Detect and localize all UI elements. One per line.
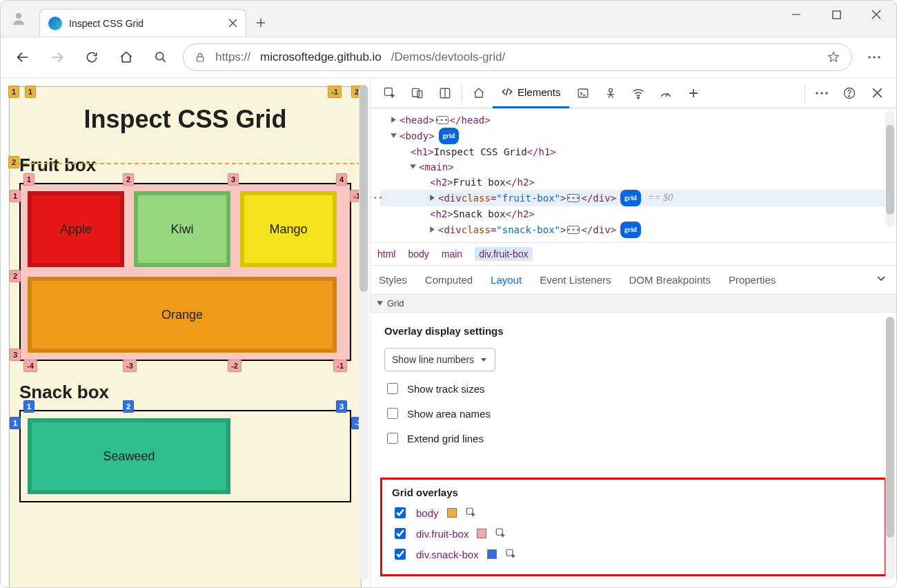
svg-point-16 — [825, 92, 827, 94]
dom-tree[interactable]: <head>•••</head> <body>grid <h1>Inspect … — [371, 108, 896, 242]
expand-icon[interactable] — [428, 226, 437, 234]
line-numbers-select[interactable]: Show line numbers — [384, 348, 495, 371]
more-tabs-icon[interactable] — [680, 80, 707, 106]
option-label: Show area names — [407, 408, 491, 420]
chevron-down-icon[interactable] — [876, 273, 887, 284]
svg-point-0 — [16, 13, 21, 19]
grid-line-label: 2 — [123, 173, 134, 186]
console-ref: == $0 — [648, 190, 673, 206]
grid-line-label: 1 — [8, 86, 19, 98]
tab-close-icon[interactable] — [228, 19, 237, 28]
collapse-icon[interactable] — [390, 132, 398, 140]
grid-badge[interactable]: grid — [439, 128, 460, 144]
color-swatch[interactable] — [447, 508, 457, 518]
new-tab-button[interactable] — [246, 9, 275, 37]
svg-point-6 — [878, 56, 880, 58]
grid-line-label: -1 — [328, 86, 342, 98]
network-tab-icon[interactable] — [624, 80, 652, 106]
tab-elements[interactable]: Elements — [493, 78, 569, 108]
grid-section-header[interactable]: Grid — [371, 295, 896, 313]
device-emulation-icon[interactable] — [404, 80, 431, 106]
tab-event-listeners[interactable]: Event Listeners — [540, 274, 611, 286]
section-heading-fruit: Fruit box — [19, 155, 361, 176]
devtools-menu-icon[interactable] — [808, 80, 836, 106]
dom-selected-node[interactable]: <div class="fruit-box">•••</div>grid== $… — [380, 190, 894, 206]
console-tab-icon[interactable] — [569, 80, 597, 106]
grid-line-label: 1 — [10, 417, 21, 429]
nav-back-button[interactable] — [10, 45, 35, 70]
tab-dom-breakpoints[interactable]: DOM Breakpoints — [629, 274, 711, 286]
help-icon[interactable] — [836, 80, 863, 106]
tab-computed[interactable]: Computed — [425, 274, 473, 286]
ellipsis-icon[interactable]: ••• — [436, 116, 448, 124]
checkbox[interactable] — [395, 528, 406, 539]
checkbox[interactable] — [395, 507, 406, 518]
checkbox[interactable] — [387, 383, 398, 394]
url-host: microsoftedge.github.io — [260, 50, 382, 64]
page-viewport: 1 1 -1 2 2 Inspect CSS Grid Fruit box 1 … — [1, 78, 371, 587]
devtools-pane: Elements <head>•••</head> <body> — [371, 78, 896, 587]
color-swatch[interactable] — [487, 549, 497, 559]
sources-tab-icon[interactable] — [597, 80, 624, 106]
option-extend-grid-lines[interactable]: Extend grid lines — [384, 431, 885, 446]
dom-scrollbar[interactable] — [885, 111, 895, 227]
overlay-row: div.snack-box — [392, 547, 875, 562]
browser-tab[interactable]: Inspect CSS Grid — [39, 9, 246, 37]
inspect-element-icon[interactable] — [376, 80, 404, 106]
svg-rect-11 — [578, 89, 588, 97]
fruit-cell-kiwi: Kiwi — [134, 191, 230, 267]
expand-icon[interactable] — [390, 116, 398, 124]
svg-point-18 — [849, 95, 850, 97]
checkbox[interactable] — [387, 433, 398, 444]
collapse-icon[interactable] — [409, 163, 417, 171]
ellipsis-icon[interactable]: ••• — [567, 226, 580, 234]
tab-layout[interactable]: Layout — [491, 274, 522, 286]
lock-icon — [195, 52, 206, 63]
nav-search-button[interactable] — [148, 45, 173, 70]
grid-overlays-section: Grid overlays body div.fruit-box — [380, 478, 887, 576]
tab-elements-label: Elements — [518, 86, 561, 98]
checkbox[interactable] — [395, 549, 406, 560]
checkbox[interactable] — [387, 408, 398, 419]
breadcrumb-item[interactable]: body — [408, 248, 428, 259]
layout-scrollbar[interactable] — [885, 317, 895, 579]
performance-tab-icon[interactable] — [652, 80, 680, 106]
select-label: Show line numbers — [392, 354, 474, 365]
option-show-track-sizes[interactable]: Show track sizes — [384, 381, 885, 396]
tab-properties[interactable]: Properties — [729, 274, 776, 286]
window-maximize-button[interactable] — [816, 1, 856, 28]
grid-line-label: 3 — [228, 173, 239, 186]
expand-icon[interactable] — [428, 194, 437, 202]
nav-refresh-button[interactable] — [79, 45, 104, 70]
devtools-close-icon[interactable] — [863, 80, 891, 106]
address-bar[interactable]: https://microsoftedge.github.io/Demos/de… — [183, 43, 852, 71]
nav-home-button[interactable] — [114, 45, 139, 70]
welcome-tab-icon[interactable] — [465, 80, 493, 106]
breadcrumb-item[interactable]: div.fruit-box — [475, 247, 532, 261]
reveal-element-icon[interactable] — [495, 527, 507, 540]
grid-badge[interactable]: grid — [620, 190, 641, 206]
grid-line-label: -2 — [228, 360, 241, 372]
breadcrumb-item[interactable]: main — [442, 248, 462, 259]
page-scrollbar[interactable] — [359, 85, 368, 580]
dock-side-icon[interactable] — [431, 80, 459, 106]
color-swatch[interactable] — [477, 529, 486, 538]
reveal-element-icon[interactable] — [465, 507, 477, 519]
option-label: Extend grid lines — [407, 433, 484, 444]
reveal-element-icon[interactable] — [505, 548, 518, 560]
grid-badge[interactable]: grid — [620, 222, 641, 238]
tab-styles[interactable]: Styles — [379, 274, 407, 286]
overlay-name[interactable]: div.snack-box — [416, 549, 479, 560]
overlay-name[interactable]: body — [416, 507, 439, 519]
option-show-area-names[interactable]: Show area names — [384, 406, 885, 421]
ellipsis-icon[interactable]: ••• — [567, 194, 580, 202]
window-close-button[interactable] — [856, 1, 896, 28]
overlay-name[interactable]: div.fruit-box — [416, 528, 469, 540]
browser-menu-button[interactable] — [862, 45, 887, 70]
nav-forward-button[interactable] — [45, 45, 70, 70]
window-minimize-button[interactable] — [776, 1, 816, 28]
profile-button[interactable] — [1, 1, 37, 37]
favorite-icon[interactable] — [827, 50, 840, 64]
breadcrumb-item[interactable]: html — [377, 248, 395, 259]
grid-overlays-title: Grid overlays — [392, 487, 875, 498]
